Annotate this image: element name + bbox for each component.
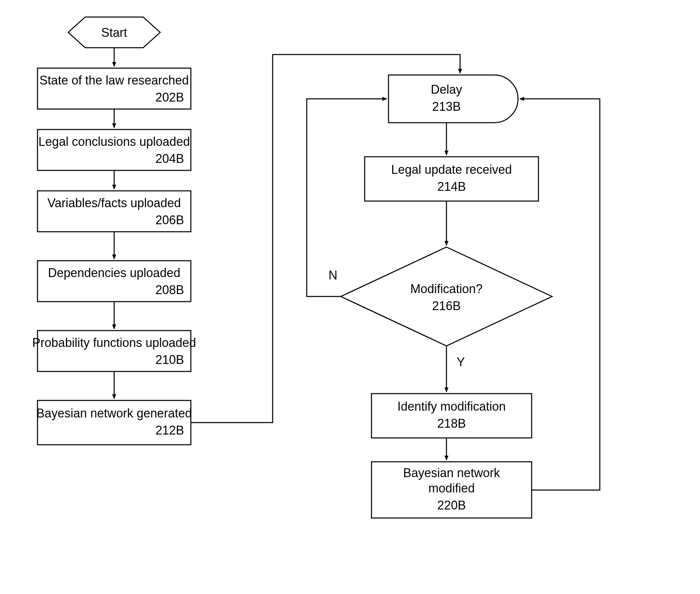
node-220b-text2: modified [428, 481, 475, 495]
node-204b: Legal conclusions uploaded 204B [37, 130, 191, 170]
node-214b-id: 214B [437, 180, 466, 194]
node-214b-text: Legal update received [391, 163, 512, 177]
node-208b-id: 208B [155, 283, 184, 297]
node-206b-text: Variables/facts uploaded [47, 196, 181, 210]
node-218b: Identify modification 218B [371, 394, 532, 438]
node-208b-text: Dependencies uploaded [48, 266, 180, 280]
node-216b-text: Modification? [410, 282, 483, 296]
node-204b-id: 204B [155, 152, 184, 166]
node-213b-id: 213B [432, 100, 461, 113]
start-label: Start [101, 26, 127, 40]
node-206b-id: 206B [155, 213, 184, 227]
node-202b-text: State of the law researched [40, 73, 189, 87]
node-210b-text: Probability functions uploaded [32, 336, 196, 350]
node-216b-decision: Modification? 216B [341, 247, 552, 346]
node-212b-text: Bayesian network generated [36, 406, 192, 420]
svg-marker-9 [341, 247, 552, 346]
node-220b: Bayesian network modified 220B [371, 462, 532, 518]
node-220b-text1: Bayesian network [403, 466, 500, 480]
node-204b-text: Legal conclusions uploaded [39, 135, 190, 149]
node-216b-id: 216B [432, 299, 461, 313]
flowchart: Start State of the law researched 202B L… [0, 0, 700, 594]
node-214b: Legal update received 214B [365, 157, 538, 201]
node-213b-text: Delay [431, 82, 462, 96]
node-202b-id: 202B [155, 90, 184, 104]
node-208b: Dependencies uploaded 208B [37, 261, 191, 302]
decision-yes-label: Y [457, 355, 465, 369]
node-206b: Variables/facts uploaded 206B [37, 191, 191, 232]
node-210b: Probability functions uploaded 210B [32, 331, 196, 371]
node-220b-id: 220B [437, 498, 466, 512]
node-212b: Bayesian network generated 212B [36, 400, 192, 445]
node-212b-id: 212B [155, 423, 184, 437]
start-terminator: Start [68, 17, 160, 48]
node-218b-text: Identify modification [397, 399, 506, 413]
node-202b: State of the law researched 202B [37, 68, 191, 109]
node-218b-id: 218B [437, 416, 466, 430]
node-213b-delay: Delay 213B [389, 75, 518, 123]
node-210b-id: 210B [155, 353, 184, 367]
decision-no-label: N [329, 268, 337, 282]
